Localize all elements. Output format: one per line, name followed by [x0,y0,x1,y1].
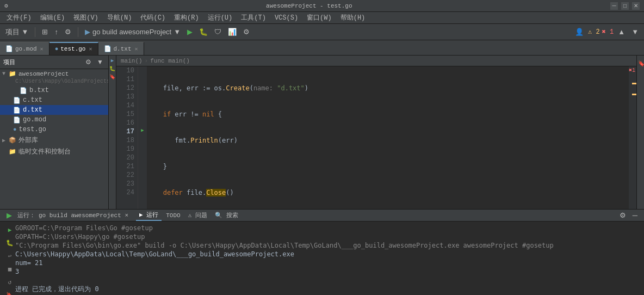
menu-bar: 文件(F) 编辑(E) 视图(V) 导航(N) 代码(C) 重构(R) 运行(U… [0,12,644,24]
run-button[interactable]: ▶ [185,27,195,37]
sidebar-settings-btn[interactable]: ⚙ [84,58,93,66]
notifications-button[interactable]: 👤 [573,27,586,37]
tab-gomod[interactable]: 📄 go.mod ✕ [0,42,49,55]
marker-warning-1 [632,83,636,84]
run-side-play[interactable]: ▶ [8,226,12,235]
toolbar: 项目 ▼ ⊞ ↑ ⚙ ▶ go build awesomeProject ▼ ▶… [0,24,644,40]
run-side-rerun[interactable]: ↺ [8,278,12,287]
run-action-icon[interactable]: ▶ [111,58,114,64]
run-side-bookmark[interactable]: 🔖 [6,291,14,295]
line-numbers: 10 11 12 13 14 15 16 17 18 19 20 21 22 2… [116,66,138,209]
bookmark-action-icon[interactable]: 🔖 [109,74,115,80]
sidebar-toolbar: 项目 ⚙ ▼ [0,56,108,69]
menu-window[interactable]: 窗口(W) [302,12,336,23]
window-title: awesomeProject - test.go [266,3,352,9]
menu-file[interactable]: 文件(F) [2,12,36,23]
run-line-7 [15,276,640,285]
line-num-11: 11 [120,75,134,84]
code-container: 10 11 12 13 14 15 16 17 18 19 20 21 22 2… [116,66,636,209]
sidebar-collapse-btn[interactable]: ▼ [95,58,105,66]
tab-testgo[interactable]: ● test.go ✕ [49,42,98,55]
tree-arrow-project: ▼ [2,71,9,77]
menu-navigate[interactable]: 导航(N) [103,12,137,23]
tree-item-gomod[interactable]: 📄 go.mod [0,115,108,125]
file-icon-ctxt: 📄 [13,97,21,104]
menu-run[interactable]: 运行(U) [203,12,237,23]
tree-label-project: awesomeProject [18,71,69,77]
run-line-6: 3 [15,267,640,276]
title-bar: ⚙ awesomeProject - test.go ─ □ ✕ [0,0,644,12]
tab-testgo-icon: ● [55,46,59,52]
editor-area[interactable]: main() › func main() 10 11 12 13 14 15 1… [116,56,636,209]
tab-dtxt-icon: 📄 [104,45,112,52]
title-bar-right: ─ □ ✕ [610,2,640,10]
run-side-step[interactable]: ↩ [8,252,12,261]
tree-item-external[interactable]: ▶ 📦 外部库 [0,134,108,146]
tree-item-temp[interactable]: 📁 临时文件和控制台 [0,146,108,157]
run-tab-run[interactable]: ▶ 运行 [136,210,162,221]
run-close-button[interactable]: ─ [630,210,640,220]
run-side-debug[interactable]: 🐛 [6,239,14,248]
profile-button[interactable]: 📊 [226,27,239,37]
close-button[interactable]: ✕ [632,2,640,10]
run-tab-search[interactable]: 🔍 搜索 [212,210,242,221]
tree-item-project[interactable]: ▼ 📁 awesomeProject [0,69,108,78]
menu-help[interactable]: 帮助(H) [336,12,370,23]
folder-icon-project: 📁 [9,70,16,77]
run-tab-todo[interactable]: TODO [163,210,183,221]
tree-label-btxt: b.txt [29,87,49,94]
tab-gomod-close[interactable]: ✕ [40,46,44,52]
line-num-18: 18 [120,136,134,145]
line-num-23: 23 [120,180,134,188]
code-editor[interactable]: file, err := os.Create(name: "d.txt") if… [147,66,629,209]
menu-edit[interactable]: 编辑(E) [36,12,70,23]
line-num-19: 19 [120,145,134,153]
coverage-button[interactable]: 🛡 [212,27,224,37]
project-dropdown-button[interactable]: 项目 ▼ [3,26,30,38]
run-output: GOROOT=C:\Program Files\Go #gosetup GOPA… [15,224,640,295]
tree-label-external: 外部库 [18,136,38,145]
tree-item-ctxt[interactable]: 📄 c.txt [0,95,108,105]
tree-item-btxt[interactable]: 📄 b.txt [0,85,108,95]
run-side-icons: ▶ 🐛 ↩ ■ ↺ 🔖 [4,224,15,295]
menu-view[interactable]: 视图(V) [69,12,103,23]
line-num-12: 12 [120,84,134,93]
toolbar-settings-button[interactable]: ⚙ [63,27,73,37]
tree-item-testgo[interactable]: ● test.go [0,125,108,134]
tab-testgo-label: test.go [60,46,85,52]
right-gutter: ⚠2 ✖1 [629,66,636,209]
folder-icon-external: 📦 [9,137,16,144]
tab-dtxt-close[interactable]: ✕ [135,46,138,52]
file-icon-btxt: 📄 [20,87,27,94]
collapse-button[interactable]: ▼ [629,27,641,37]
app-icon: ⚙ [4,2,8,9]
menu-refactor[interactable]: 重构(R) [170,12,203,23]
code-gutter: ▶ [138,66,147,209]
tab-dtxt[interactable]: 📄 d.txt ✕ [98,42,144,55]
tree-item-dtxt[interactable]: 📄 d.txt [0,105,108,115]
run-config-arrow: ▼ [174,28,181,36]
menu-vcs[interactable]: VCS(S) [270,13,302,23]
expand-button[interactable]: ▲ [616,27,627,37]
run-side-stop[interactable]: ■ [8,265,12,274]
debug-action-icon[interactable]: 🐛 [109,66,115,72]
run-play-button[interactable]: ▶ [4,210,14,220]
maximize-button[interactable]: □ [621,2,629,10]
run-tab-problems[interactable]: ⚠ 问题 [185,210,210,221]
minimize-button[interactable]: ─ [610,2,618,10]
tab-testgo-close[interactable]: ✕ [89,46,92,52]
file-icon-testgo: ● [13,126,17,133]
run-settings-button[interactable]: ⚙ [617,210,628,220]
file-icon-dtxt: 📄 [13,107,21,114]
line-num-22: 22 [120,171,134,180]
toolbar-up-button[interactable]: ↑ [52,27,60,37]
debug-button[interactable]: 🐛 [197,27,210,37]
toolbar-more-button[interactable]: ⚙ [241,27,252,37]
code-line-13: } [151,162,624,171]
menu-tools[interactable]: 工具(T) [237,12,270,23]
run-config-icon: ▶ [85,28,90,36]
run-config-button[interactable]: ▶ go build awesomeProject ▼ [83,27,183,37]
menu-code[interactable]: 代码(C) [136,12,170,23]
toolbar-layout-button[interactable]: ⊞ [40,27,50,37]
vt-bookmark[interactable]: 🔖 [636,58,644,69]
